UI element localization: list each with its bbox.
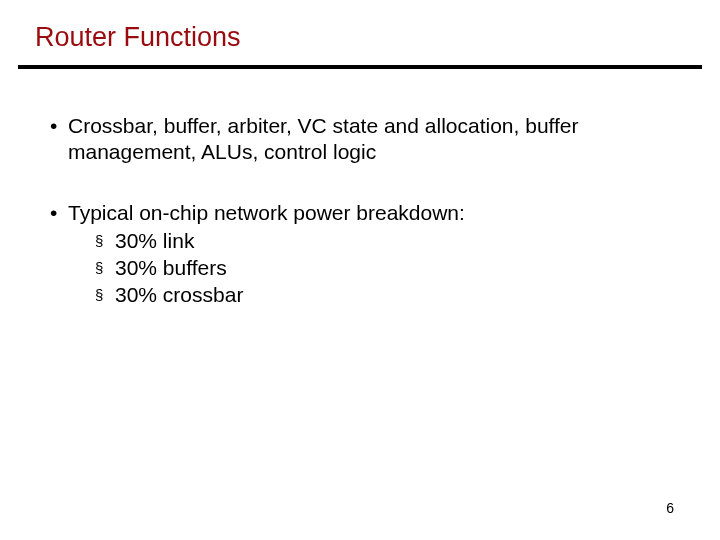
sub-bullet-item: § 30% link [95, 228, 670, 255]
slide-body: • Crossbar, buffer, arbiter, VC state an… [0, 69, 720, 308]
page-number: 6 [666, 500, 674, 516]
square-bullet-icon: § [95, 282, 115, 309]
sub-bullet-text: 30% crossbar [115, 282, 243, 309]
slide-title: Router Functions [0, 22, 720, 65]
square-bullet-icon: § [95, 255, 115, 282]
bullet-item: • Typical on-chip network power breakdow… [50, 200, 670, 309]
sub-bullet-item: § 30% crossbar [95, 282, 670, 309]
bullet-item: • Crossbar, buffer, arbiter, VC state an… [50, 113, 670, 166]
bullet-icon: • [50, 200, 68, 226]
sub-bullet-item: § 30% buffers [95, 255, 670, 282]
square-bullet-icon: § [95, 228, 115, 255]
bullet-text: Typical on-chip network power breakdown: [68, 200, 670, 226]
sub-bullet-text: 30% link [115, 228, 194, 255]
bullet-icon: • [50, 113, 68, 166]
sub-bullet-text: 30% buffers [115, 255, 227, 282]
slide: Router Functions • Crossbar, buffer, arb… [0, 0, 720, 540]
sub-bullet-list: § 30% link § 30% buffers § 30% crossbar [50, 226, 670, 309]
bullet-text: Crossbar, buffer, arbiter, VC state and … [68, 113, 670, 166]
